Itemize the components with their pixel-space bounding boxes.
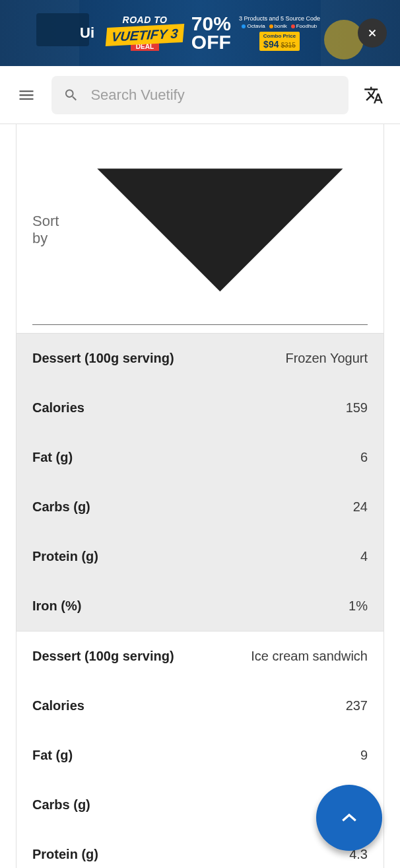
chevron-up-icon xyxy=(341,813,358,823)
search-icon xyxy=(63,87,79,104)
field-calories-label: Calories xyxy=(32,698,84,713)
field-fat-label: Fat (g) xyxy=(32,748,73,763)
field-protein-label: Protein (g) xyxy=(32,847,98,862)
field-iron-value: 1% xyxy=(349,598,368,614)
search-input[interactable] xyxy=(90,87,337,104)
field-calories-value: 159 xyxy=(346,400,368,416)
field-carbs-label: Carbs (g) xyxy=(32,797,90,813)
chevron-down-icon xyxy=(73,144,368,316)
brand-foodhub: Foodhub xyxy=(296,23,317,29)
table-row: Dessert (100g serving) Frozen Yogurt Cal… xyxy=(17,333,383,631)
promo-banner[interactable]: Ui ROAD TO VUETIFY 3 DEAL 70% OFF 3 Prod… xyxy=(0,0,400,66)
field-dessert-label: Dessert (100g serving) xyxy=(32,351,174,366)
translate-icon xyxy=(364,85,383,105)
banner-price: $94 xyxy=(263,39,279,50)
page-content: Sort by Dessert (100g serving) Frozen Yo… xyxy=(0,124,400,868)
banner-roadto: ROAD TO xyxy=(123,15,168,24)
field-fat-label: Fat (g) xyxy=(32,450,73,465)
field-dessert-value: Frozen Yogurt xyxy=(285,351,368,366)
field-protein-value: 4 xyxy=(360,549,368,564)
search-field[interactable] xyxy=(51,76,349,114)
banner-products-line: 3 Products and 5 Source Code xyxy=(239,15,320,22)
banner-close-button[interactable] xyxy=(358,18,387,48)
banner-decor-circle xyxy=(324,20,364,59)
field-protein-label: Protein (g) xyxy=(32,549,98,564)
brand-octavia: Octavia xyxy=(247,23,265,29)
banner-price-box: Combo Price $94$315 xyxy=(259,32,300,51)
banner-vuetify3: VUETIFY 3 xyxy=(106,24,184,46)
field-fat-value: 6 xyxy=(360,450,368,465)
translate-button[interactable] xyxy=(358,79,389,111)
banner-title-block: ROAD TO VUETIFY 3 DEAL xyxy=(106,15,183,51)
app-toolbar xyxy=(0,66,400,124)
banner-right-col: 3 Products and 5 Source Code Octavia bon… xyxy=(239,15,320,51)
banner-percent-value: 70% xyxy=(191,15,231,34)
data-card: Sort by Dessert (100g serving) Frozen Yo… xyxy=(16,124,384,868)
banner-off: OFF xyxy=(191,33,231,52)
field-carbs-value: 24 xyxy=(353,499,368,515)
close-icon xyxy=(366,27,378,39)
banner-percent: 70% OFF xyxy=(191,15,231,52)
field-fat-value: 9 xyxy=(360,748,368,763)
sort-label: Sort by xyxy=(32,213,73,247)
field-dessert-label: Dessert (100g serving) xyxy=(32,649,174,664)
scroll-to-top-button[interactable] xyxy=(316,785,382,851)
banner-old-price: $315 xyxy=(281,42,295,49)
menu-button[interactable] xyxy=(11,79,42,111)
field-calories-value: 237 xyxy=(346,698,368,713)
field-calories-label: Calories xyxy=(32,400,84,416)
banner-logo: Ui xyxy=(80,24,94,42)
field-iron-label: Iron (%) xyxy=(32,598,81,614)
field-dessert-value: Ice cream sandwich xyxy=(251,649,368,664)
field-carbs-label: Carbs (g) xyxy=(32,499,90,515)
banner-brands: Octavia bonik Foodhub xyxy=(242,23,317,29)
brand-bonik: bonik xyxy=(275,23,287,29)
hamburger-icon xyxy=(17,86,36,104)
sort-select[interactable]: Sort by xyxy=(32,129,368,325)
banner-combo-label: Combo Price xyxy=(263,33,296,39)
